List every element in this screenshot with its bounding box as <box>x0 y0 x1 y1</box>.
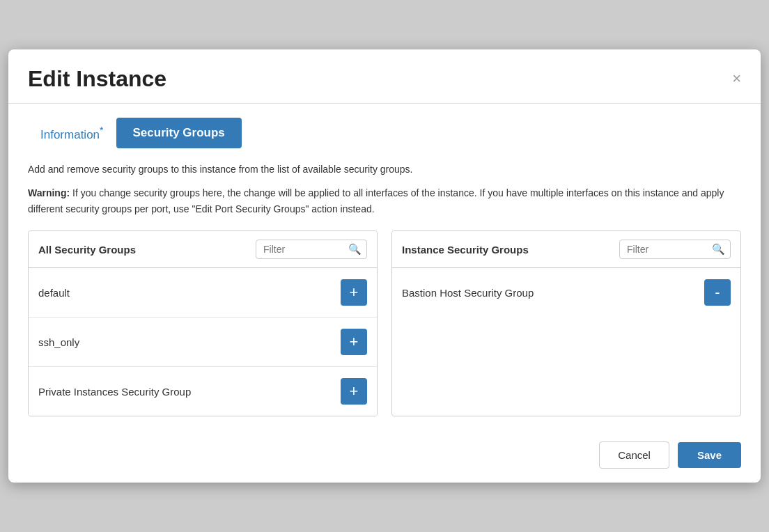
instance-panel-title: Instance Security Groups <box>402 244 529 256</box>
add-private-instances-button[interactable]: + <box>341 378 367 405</box>
all-panel-title: All Security Groups <box>38 244 136 256</box>
all-filter-input[interactable] <box>256 240 367 259</box>
tabs: Information* Security Groups <box>28 118 741 149</box>
instance-filter-wrap: 🔍 <box>619 240 731 259</box>
tab-security-groups[interactable]: Security Groups <box>116 118 242 148</box>
information-asterisk: * <box>100 125 103 136</box>
save-button[interactable]: Save <box>678 442 741 468</box>
row-label-private-instances: Private Instances Security Group <box>38 386 191 398</box>
all-panel-header: All Security Groups 🔍 <box>29 231 377 268</box>
instance-panel-header: Instance Security Groups 🔍 <box>392 231 740 268</box>
list-item: ssh_only + <box>29 318 377 367</box>
cancel-button[interactable]: Cancel <box>599 441 669 469</box>
list-item: Bastion Host Security Group - <box>392 268 740 317</box>
close-button[interactable]: × <box>732 71 741 86</box>
warning-label: Warning: <box>28 187 70 198</box>
modal-header: Edit Instance × <box>8 49 761 104</box>
row-label-default: default <box>38 287 70 299</box>
add-default-button[interactable]: + <box>341 279 367 306</box>
remove-bastion-host-button[interactable]: - <box>704 279 731 306</box>
list-item: default + <box>29 268 377 318</box>
tab-information[interactable]: Information* <box>28 118 116 149</box>
instance-filter-input[interactable] <box>619 240 731 259</box>
panels-container: All Security Groups 🔍 default + ssh_only… <box>28 230 741 416</box>
row-label-bastion-host: Bastion Host Security Group <box>402 287 534 299</box>
edit-instance-modal: Edit Instance × Information* Security Gr… <box>8 49 761 483</box>
all-filter-wrap: 🔍 <box>256 240 367 259</box>
modal-footer: Cancel Save <box>8 430 761 483</box>
modal-title: Edit Instance <box>28 66 166 92</box>
list-item: Private Instances Security Group + <box>29 367 377 416</box>
modal-body: Information* Security Groups Add and rem… <box>8 104 761 430</box>
add-ssh-only-button[interactable]: + <box>341 329 367 355</box>
row-label-ssh-only: ssh_only <box>38 336 79 348</box>
warning-text: Warning: If you change security groups h… <box>28 185 741 217</box>
instance-security-groups-panel: Instance Security Groups 🔍 Bastion Host … <box>391 230 741 416</box>
all-security-groups-panel: All Security Groups 🔍 default + ssh_only… <box>28 230 378 416</box>
warning-body: If you change security groups here, the … <box>28 187 724 214</box>
description-text: Add and remove security groups to this i… <box>28 162 741 177</box>
